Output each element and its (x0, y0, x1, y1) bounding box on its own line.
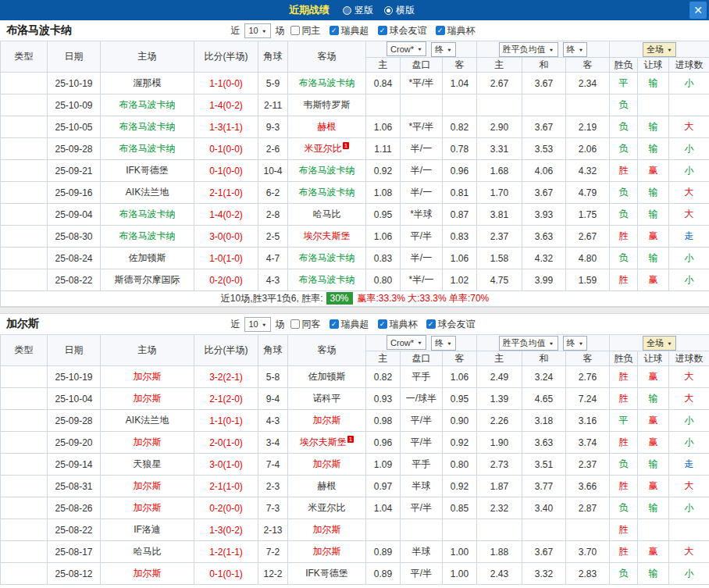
checkbox-icon (290, 319, 300, 329)
handicap-result-cell-value: 赢 (649, 437, 658, 447)
league-filter-checkbox-0[interactable]: 瑞典超 (330, 318, 369, 331)
handicap-result-cell-value: 赢 (649, 230, 658, 241)
away-team-link[interactable]: 米亚尔比 (308, 502, 346, 513)
away-team-link[interactable]: 布洛马波卡纳 (299, 274, 355, 285)
goals-result-cell-value: 小 (685, 77, 694, 88)
match-row: 瑞典超25-10-04加尔斯2-1(2-0)9-4诺科平0.93一/球半0.95… (1, 388, 709, 410)
score-cell: 1-3(0-2) (194, 519, 258, 541)
home-team-link[interactable]: 布洛马波卡纳 (119, 143, 176, 154)
odds-away-cell: 0.92 (443, 432, 477, 454)
home-team-link[interactable]: 加尔斯 (134, 502, 162, 513)
same-venue-checkbox[interactable]: 同客 (290, 318, 321, 331)
odds-final-select[interactable]: 终▼ (431, 336, 456, 351)
away-team-link[interactable]: 哈马比 (313, 208, 341, 219)
away-team-link[interactable]: 赫根 (318, 121, 337, 132)
bookmaker-select[interactable]: Crow*▼ (387, 335, 426, 350)
away-cell: 诺科平 (288, 388, 366, 410)
avg-home-cell: 2.43 (477, 563, 522, 585)
layout-horizontal-radio[interactable]: 横版 (384, 4, 415, 17)
handicap-result-cell: 输 (638, 73, 669, 94)
games-label: 场 (276, 24, 285, 37)
league-filter-checkbox-2[interactable]: 瑞典杯 (436, 24, 476, 37)
away-team-link[interactable]: 加尔斯 (313, 546, 341, 557)
away-team-link[interactable]: 加尔斯 (313, 458, 341, 469)
home-team-link[interactable]: 布洛马波卡纳 (119, 208, 176, 219)
home-team-link[interactable]: 布洛马波卡纳 (119, 121, 176, 132)
avg-final-select[interactable]: 终▼ (563, 336, 588, 351)
home-team-link[interactable]: IF洛迪 (134, 524, 161, 535)
away-team-link[interactable]: 布洛马波卡纳 (299, 252, 355, 263)
away-team-link[interactable]: 赫根 (318, 480, 337, 491)
home-team-link[interactable]: 哈马比 (134, 546, 162, 557)
avg-draw-cell: 3.67 (522, 541, 566, 563)
same-venue-label: 同客 (302, 318, 321, 331)
home-team-link[interactable]: 佐加顿斯 (129, 252, 166, 263)
close-button[interactable]: ✕ (689, 2, 707, 19)
odds-handicap-cell: 平/半 (401, 497, 443, 519)
odds-home-cell: 0.84 (366, 73, 401, 94)
home-team-link[interactable]: 加尔斯 (134, 568, 162, 579)
same-venue-label: 同主 (302, 24, 321, 37)
league-filter-checkbox-1[interactable]: 球会友谊 (378, 24, 427, 37)
odds-home-cell: 0.97 (366, 476, 401, 497)
away-team-link[interactable]: 韦斯特罗斯 (304, 99, 351, 110)
avg-type-select-value: 胜平负均值 (503, 44, 546, 55)
odds-handicap-cell: 平/半 (401, 563, 443, 585)
avg-type-select[interactable]: 胜平负均值▼ (499, 336, 558, 351)
league-filter-checkbox-1[interactable]: 瑞典杯 (378, 318, 418, 331)
away-team-link[interactable]: 布洛马波卡纳 (299, 165, 355, 176)
away-team-link[interactable]: 加尔斯 (313, 524, 341, 535)
away-team-link[interactable]: 埃尔夫斯堡1 (300, 437, 354, 447)
scope-select[interactable]: 全场▼ (643, 336, 676, 351)
bookmaker-select[interactable]: Crow*▼ (387, 41, 426, 56)
home-team-link[interactable]: 天狼星 (134, 458, 162, 469)
result-cell: 胜 (610, 476, 638, 497)
match-count-select[interactable]: 10▼ (244, 317, 270, 332)
home-team-link[interactable]: AIK法兰地 (126, 187, 169, 198)
handicap-result-cell-value: 输 (649, 252, 658, 263)
league-filter-checkbox-0[interactable]: 瑞典超 (330, 24, 369, 37)
home-team-link[interactable]: 加尔斯 (134, 371, 162, 382)
score-cell: 2-1(1-0) (194, 182, 258, 204)
away-team-link[interactable]: 诺科平 (313, 393, 341, 404)
home-team-link[interactable]: 布洛马波卡纳 (119, 230, 176, 241)
date-cell: 25-10-19 (48, 73, 101, 94)
away-team-link[interactable]: 佐加顿斯 (308, 371, 346, 382)
away-team-link[interactable]: 米亚尔比1 (305, 143, 349, 154)
home-team-link[interactable]: 加尔斯 (134, 480, 162, 491)
avg-away-cell (566, 94, 610, 116)
home-team-link[interactable]: IFK哥德堡 (126, 165, 169, 176)
home-team-link[interactable]: 渥那模 (134, 77, 162, 88)
league-filter-checkbox-2[interactable]: 球会友谊 (426, 318, 476, 331)
away-team-link[interactable]: 布洛马波卡纳 (299, 187, 355, 198)
away-team-link[interactable]: 布洛马波卡纳 (299, 77, 355, 88)
home-cell: 加尔斯 (101, 432, 194, 454)
goals-result-cell: 小 (669, 497, 709, 519)
home-team-link[interactable]: 加尔斯 (134, 437, 162, 447)
odds-handicap-cell: 一/球半 (401, 388, 443, 410)
matches-table: 类型日期主场比分(半场)角球客场Crow*▼终▼胜平负均值▼终▼全场▼主盘口客主… (0, 334, 709, 585)
chevron-down-icon: ▼ (667, 340, 672, 345)
scope-select[interactable]: 全场▼ (643, 42, 676, 57)
home-team-link[interactable]: 斯德哥尔摩国际 (115, 274, 180, 285)
goals-result-cell-value: 小 (685, 143, 694, 154)
away-team-link[interactable]: 埃尔夫斯堡 (304, 230, 351, 241)
away-team-link[interactable]: IFK哥德堡 (305, 568, 348, 579)
handicap-result-cell-value: 输 (649, 502, 658, 513)
away-team-link[interactable]: 加尔斯 (313, 415, 341, 426)
home-team-link[interactable]: AIK法兰地 (126, 415, 169, 426)
away-cell: 埃尔夫斯堡 (288, 226, 366, 248)
match-count-select[interactable]: 10▼ (244, 23, 270, 38)
same-venue-checkbox[interactable]: 同主 (290, 24, 321, 37)
layout-vertical-radio[interactable]: 竖版 (343, 4, 373, 17)
odds-home-cell: 0.82 (366, 366, 401, 388)
chevron-down-icon: ▼ (549, 340, 554, 345)
odds-final-select[interactable]: 终▼ (431, 42, 456, 57)
avg-home-cell: 1.88 (477, 541, 522, 563)
corners-cell: 2-11 (258, 94, 288, 116)
avg-type-select[interactable]: 胜平负均值▼ (499, 42, 558, 57)
home-team-link[interactable]: 布洛马波卡纳 (119, 99, 176, 110)
home-team-link[interactable]: 加尔斯 (134, 393, 162, 404)
avg-final-select[interactable]: 终▼ (563, 42, 588, 57)
layout-horizontal-label: 横版 (396, 4, 415, 17)
